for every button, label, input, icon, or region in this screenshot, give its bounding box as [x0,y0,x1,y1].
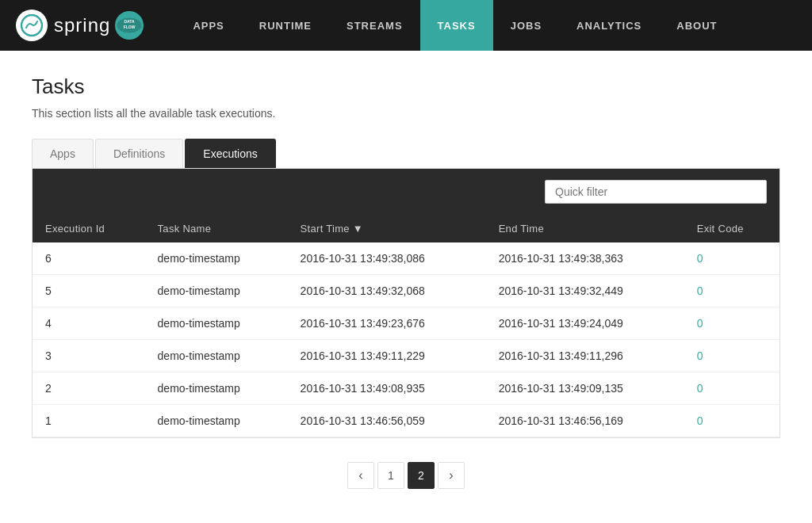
cell-task-name: demo-timestamp [145,405,288,437]
cell-end-time: 2016-10-31 13:49:09,135 [486,372,684,405]
cell-end-time: 2016-10-31 13:49:24,049 [486,307,684,340]
executions-table: Execution Id Task Name Start Time ▼ End … [33,215,779,437]
cell-start-time: 2016-10-31 13:49:32,068 [288,275,486,307]
table-body: 6 demo-timestamp 2016-10-31 13:49:38,086… [33,242,779,437]
table-row: 5 demo-timestamp 2016-10-31 13:49:32,068… [33,275,779,307]
cell-task-name: demo-timestamp [145,242,288,275]
table-row: 4 demo-timestamp 2016-10-31 13:49:23,676… [33,307,779,340]
col-task-name: Task Name [145,215,288,242]
cell-end-time: 2016-10-31 13:49:11,296 [486,340,684,372]
nav-logo[interactable]: spring DATA FLOW [16,10,144,41]
col-start-time[interactable]: Start Time ▼ [288,215,486,242]
nav-item-runtime[interactable]: RUNTIME [242,0,329,51]
cell-execution-id: 3 [33,340,145,372]
logo-text: spring [54,14,110,36]
col-execution-id: Execution Id [33,215,145,242]
pagination-next[interactable]: › [438,462,465,489]
main-nav: spring DATA FLOW APPS RUNTIME STREAMS TA… [0,0,812,51]
cell-start-time: 2016-10-31 13:49:11,229 [288,340,486,372]
cell-execution-id: 4 [33,307,145,340]
pagination-page-1[interactable]: 1 [377,462,404,489]
table-header-row: Execution Id Task Name Start Time ▼ End … [33,215,779,242]
cell-start-time: 2016-10-31 13:46:56,059 [288,405,486,437]
cell-end-time: 2016-10-31 13:46:56,169 [486,405,684,437]
cell-execution-id: 6 [33,242,145,275]
logo-badge: DATA FLOW [115,11,144,40]
cell-end-time: 2016-10-31 13:49:38,363 [486,242,684,275]
cell-start-time: 2016-10-31 13:49:23,676 [288,307,486,340]
svg-text:FLOW: FLOW [124,25,136,29]
svg-text:DATA: DATA [124,19,136,24]
nav-item-about[interactable]: ABOUT [659,0,734,51]
pagination-page-2[interactable]: 2 [408,462,435,489]
nav-item-jobs[interactable]: JOBS [493,0,559,51]
nav-item-tasks[interactable]: TASKS [420,0,493,51]
nav-item-apps[interactable]: APPS [175,0,241,51]
cell-task-name: demo-timestamp [145,340,288,372]
tabs: Apps Definitions Executions [32,139,780,168]
cell-task-name: demo-timestamp [145,275,288,307]
executions-table-container: Execution Id Task Name Start Time ▼ End … [32,168,780,438]
table-row: 1 demo-timestamp 2016-10-31 13:46:56,059… [33,405,779,437]
tab-executions[interactable]: Executions [185,139,275,168]
table-row: 2 demo-timestamp 2016-10-31 13:49:08,935… [33,372,779,405]
page-content: Tasks This section lists all the availab… [0,51,812,523]
table-row: 3 demo-timestamp 2016-10-31 13:49:11,229… [33,340,779,372]
cell-execution-id: 1 [33,405,145,437]
tab-apps[interactable]: Apps [32,139,94,168]
cell-exit-code[interactable]: 0 [684,405,779,437]
page-description: This section lists all the available tas… [32,107,780,120]
table-toolbar [33,169,779,215]
page-title: Tasks [32,74,780,99]
col-exit-code: Exit Code [684,215,779,242]
cell-start-time: 2016-10-31 13:49:08,935 [288,372,486,405]
tab-definitions[interactable]: Definitions [95,139,183,168]
cell-exit-code[interactable]: 0 [684,372,779,405]
pagination: ‹ 1 2 › [32,438,780,513]
nav-item-streams[interactable]: STREAMS [329,0,420,51]
cell-execution-id: 5 [33,275,145,307]
cell-task-name: demo-timestamp [145,372,288,405]
cell-exit-code[interactable]: 0 [684,340,779,372]
quick-filter-input[interactable] [545,180,767,204]
cell-exit-code[interactable]: 0 [684,275,779,307]
pagination-prev[interactable]: ‹ [347,462,374,489]
cell-start-time: 2016-10-31 13:49:38,086 [288,242,486,275]
cell-task-name: demo-timestamp [145,307,288,340]
cell-exit-code[interactable]: 0 [684,242,779,275]
cell-end-time: 2016-10-31 13:49:32,449 [486,275,684,307]
nav-item-analytics[interactable]: ANALYTICS [559,0,659,51]
nav-links: APPS RUNTIME STREAMS TASKS JOBS ANALYTIC… [175,0,734,51]
table-row: 6 demo-timestamp 2016-10-31 13:49:38,086… [33,242,779,275]
cell-execution-id: 2 [33,372,145,405]
logo-icon [16,10,48,41]
cell-exit-code[interactable]: 0 [684,307,779,340]
col-end-time: End Time [486,215,684,242]
